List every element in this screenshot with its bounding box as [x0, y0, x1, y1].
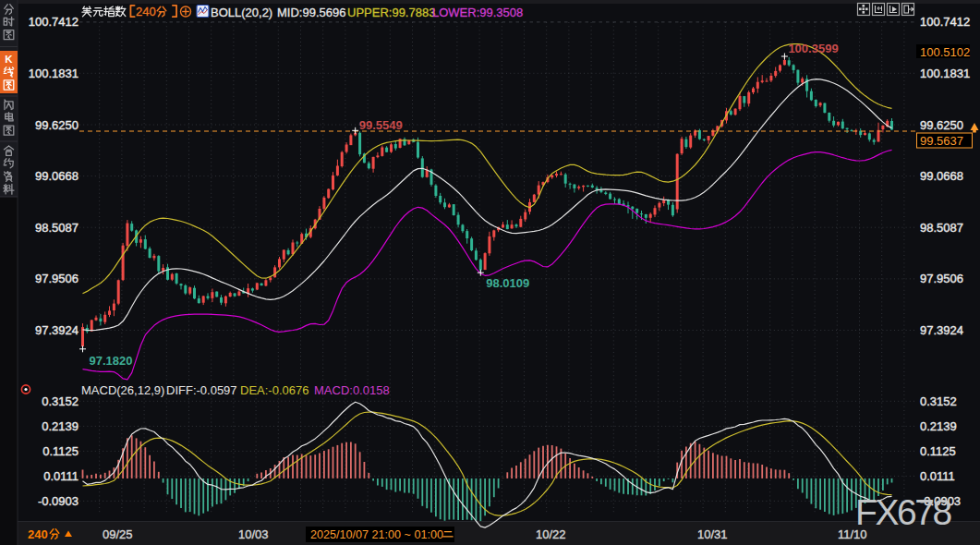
svg-text:240: 240: [136, 5, 156, 18]
svg-text:DIFF:-0.0597: DIFF:-0.0597: [166, 383, 237, 397]
svg-text:MACD:0.0158: MACD:0.0158: [314, 383, 390, 397]
svg-text:100.7412: 100.7412: [29, 15, 79, 29]
svg-text:97.1820: 97.1820: [90, 354, 133, 368]
svg-text:0.3152: 0.3152: [42, 394, 79, 408]
svg-text:0.2139: 0.2139: [42, 419, 79, 433]
svg-text:100.1831: 100.1831: [29, 67, 79, 80]
svg-text:99.6250: 99.6250: [920, 118, 963, 132]
svg-text:10/03: 10/03: [238, 527, 269, 541]
svg-text:FX678: FX678: [855, 492, 951, 532]
svg-text:2025/10/07 21:00 ~ 01:00: 2025/10/07 21:00 ~ 01:00: [310, 528, 443, 541]
svg-text:98.0109: 98.0109: [486, 276, 529, 290]
svg-text:0.1125: 0.1125: [42, 444, 79, 458]
svg-text:100.7412: 100.7412: [920, 15, 970, 29]
svg-text:MACD(26,12,9): MACD(26,12,9): [81, 383, 164, 397]
svg-text:98.5087: 98.5087: [35, 221, 79, 235]
svg-text:100.3599: 100.3599: [788, 42, 838, 55]
svg-text:97.3924: 97.3924: [35, 323, 79, 337]
svg-text:MID:99.5696: MID:99.5696: [277, 6, 345, 19]
svg-text:99.5549: 99.5549: [359, 118, 403, 132]
svg-text:10/31: 10/31: [697, 527, 728, 541]
svg-text:0.2139: 0.2139: [920, 419, 957, 433]
svg-text:240: 240: [28, 527, 48, 541]
svg-text:-0.0903: -0.0903: [38, 494, 79, 508]
svg-text:10/22: 10/22: [536, 527, 566, 541]
svg-text:97.9506: 97.9506: [35, 272, 79, 285]
svg-text:97.9506: 97.9506: [920, 272, 963, 285]
svg-text:100.5102: 100.5102: [920, 45, 970, 59]
svg-text:97.3924: 97.3924: [920, 323, 963, 337]
svg-text:99.6250: 99.6250: [35, 118, 79, 132]
svg-text:0.3152: 0.3152: [920, 394, 957, 408]
svg-text:UPPER:99.7883: UPPER:99.7883: [347, 6, 435, 19]
svg-text:99.0668: 99.0668: [35, 169, 79, 183]
svg-text:BOLL(20,2): BOLL(20,2): [211, 6, 272, 19]
svg-text:LOWER:99.3508: LOWER:99.3508: [432, 6, 523, 19]
svg-text:DEA:-0.0676: DEA:-0.0676: [240, 383, 309, 397]
svg-text:99.0668: 99.0668: [920, 169, 963, 183]
svg-text:99.5637: 99.5637: [920, 134, 963, 148]
svg-text:100.1831: 100.1831: [920, 67, 970, 80]
svg-text:0.0111: 0.0111: [43, 469, 79, 483]
svg-text:0.0111: 0.0111: [920, 469, 955, 483]
svg-text:0.1125: 0.1125: [920, 444, 956, 458]
svg-text:98.5087: 98.5087: [920, 221, 963, 235]
svg-text:09/25: 09/25: [103, 527, 133, 541]
svg-text:K: K: [5, 54, 13, 65]
